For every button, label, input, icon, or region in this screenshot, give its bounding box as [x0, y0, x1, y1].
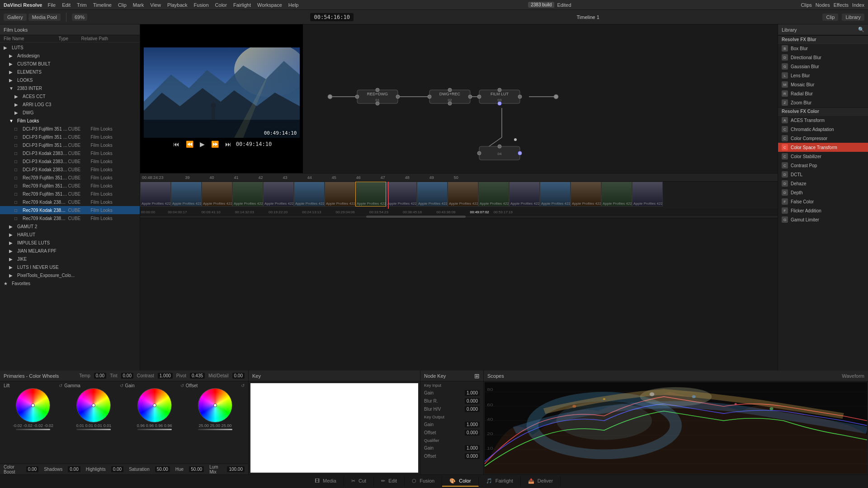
folder-jike[interactable]: ▶ JIKE	[0, 255, 140, 263]
menu-clip[interactable]: Clip	[118, 2, 127, 8]
nodes-btn[interactable]: Nodes	[816, 2, 830, 8]
file-item[interactable]: □ Rec709 Fujifilm 351 D55 CUBE Film Look…	[0, 174, 140, 182]
lib-item-depth[interactable]: D Depth	[778, 188, 868, 197]
gamma-wheel[interactable]	[76, 388, 111, 422]
folder-film-looks[interactable]: ▼ Film Looks	[0, 117, 140, 125]
folder-luts-never[interactable]: ▶ LUTS I NEVER USE	[0, 263, 140, 271]
timeline-scrollbar[interactable]	[140, 215, 778, 218]
folder-harlut[interactable]: ▶ HARLUT	[0, 230, 140, 239]
lift-reset-btn[interactable]: ↺	[59, 383, 62, 388]
gamma-slider[interactable]	[76, 429, 111, 430]
clips-btn[interactable]: Clips	[801, 2, 811, 8]
file-item[interactable]: □ DCI-P3 Kodak 2383 D60 CUBE Film Looks	[0, 157, 140, 165]
timeline-clip[interactable]: Apple Profiles 422 HQ	[571, 182, 601, 206]
index-btn[interactable]: Index	[852, 2, 864, 8]
lib-item-box-blur[interactable]: B Box Blur	[778, 44, 868, 53]
library-search-btn[interactable]: 🔍	[858, 27, 864, 33]
lib-item-chromatic[interactable]: C Chromatic Adaptation	[778, 125, 868, 134]
menu-edit[interactable]: Edit	[62, 2, 71, 8]
lib-item-dctl[interactable]: D DCTL	[778, 170, 868, 179]
lib-item-dehaze[interactable]: D Dehaze	[778, 179, 868, 188]
folder-jian[interactable]: ▶ JIAN MELARA FPF	[0, 247, 140, 255]
lib-item-zoom-blur[interactable]: Z Zoom Blur	[778, 98, 868, 107]
file-item[interactable]: □ DCI-P3 Fujifilm 351 D65 CUBE Film Look…	[0, 141, 140, 149]
timeline-clip[interactable]: Apple Profiles 422 HQ	[263, 182, 294, 206]
folder-looks[interactable]: ▶ LOOKS	[0, 76, 140, 84]
menu-mark[interactable]: Mark	[133, 2, 144, 8]
effects-btn[interactable]: Effects	[834, 2, 849, 8]
file-item[interactable]: □ DCI-P3 Fujifilm 351 d60 CUBE Film Look…	[0, 133, 140, 141]
timeline-clip[interactable]: Apple Profiles 422 HQ	[140, 182, 171, 206]
timeline-scrollbar-thumb[interactable]	[366, 216, 466, 218]
timeline-clip[interactable]: Apple Profiles 422 HQ	[294, 182, 325, 206]
folder-aces-cct[interactable]: ▶ ACES CCT	[0, 92, 140, 100]
lib-item-false-color[interactable]: F False Color	[778, 197, 868, 206]
tab-fusion[interactable]: ⬡ Fusion	[405, 476, 442, 487]
file-item[interactable]: □ DCI-P3 Fujifilm 351 D51 D55 CUBE Film …	[0, 125, 140, 133]
gallery-btn[interactable]: Gallery	[4, 14, 27, 21]
tab-deliver[interactable]: 📤 Deliver	[521, 476, 561, 487]
timeline-clip[interactable]: Apple Profiles 422 HQ	[417, 182, 448, 206]
timeline-clip[interactable]: Apple Profiles 422 HQ	[509, 182, 540, 206]
forward-to-end-btn[interactable]: ⏭	[223, 140, 233, 149]
lib-item-color-space[interactable]: C Color Space Transform	[778, 143, 868, 152]
timeline-clip[interactable]: Apple Profiles 422 HQ	[632, 182, 663, 206]
timeline-clip[interactable]: Apple Profiles 422 HQ	[202, 182, 232, 206]
gain-slider[interactable]	[137, 429, 172, 430]
lift-wheel[interactable]	[16, 388, 50, 422]
menu-file[interactable]: File	[47, 2, 56, 8]
node-key-options-btn[interactable]: ⊞	[474, 372, 480, 380]
rewind-to-start-btn[interactable]: ⏮	[171, 140, 181, 149]
timeline-clip[interactable]: Apple Profiles 422 HQ	[232, 182, 263, 206]
gain-wheel[interactable]	[137, 388, 172, 422]
lib-item-gamut-limiter[interactable]: G Gamut Limiter	[778, 215, 868, 224]
menu-fairlight[interactable]: Fairlight	[233, 2, 251, 8]
menu-help[interactable]: Help	[288, 2, 299, 8]
folder-favorites[interactable]: ★ Favorites	[0, 279, 140, 287]
timeline-clip-active[interactable]: Apple Profiles 422 HQ	[355, 182, 386, 206]
lib-item-contrast-pop[interactable]: C Contrast Pop	[778, 161, 868, 170]
folder-dwg[interactable]: ▶ DWG	[0, 108, 140, 117]
folder-luts[interactable]: ▶ LUTS	[0, 43, 140, 52]
menu-color[interactable]: Color	[215, 2, 227, 8]
timeline-clip[interactable]: Apple Profiles 422 HQ	[478, 182, 509, 206]
lib-item-lens-blur[interactable]: L Lens Blur	[778, 71, 868, 80]
gamma-reset-btn[interactable]: ↺	[120, 383, 123, 388]
lib-item-color-stabilizer[interactable]: C Color Stabilizer	[778, 152, 868, 161]
offset-reset-btn[interactable]: ↺	[241, 383, 245, 388]
folder-arri[interactable]: ▶ ARRI LOG C3	[0, 100, 140, 108]
file-item[interactable]: □ DCI-P3 Kodak 2383 D65 CUBE Film Looks	[0, 165, 140, 174]
lib-item-gaussian-blur[interactable]: G Gaussian Blur	[778, 62, 868, 71]
timeline-clip[interactable]: Apple Profiles 422 HQ	[325, 182, 355, 206]
timeline-clip[interactable]: Apple Profiles 422 HQ	[171, 182, 202, 206]
folder-pixeltools[interactable]: ▶ PixelTools_Exposure_Colo...	[0, 271, 140, 279]
menu-trim[interactable]: Trim	[77, 2, 87, 8]
offset-wheel[interactable]	[198, 388, 232, 422]
menu-timeline[interactable]: Timeline	[93, 2, 112, 8]
file-item[interactable]: □ Rec709 Kodak 2383 D55 CUBE Film Looks	[0, 198, 140, 206]
menu-fusion[interactable]: Fusion	[194, 2, 209, 8]
tab-media[interactable]: 🎞 Media	[307, 476, 344, 487]
folder-gamut2[interactable]: ▶ GAMUT 2	[0, 222, 140, 230]
folder-custom-built[interactable]: ▶ CUSTOM BUILT	[0, 60, 140, 68]
lib-item-color-compressor[interactable]: C Color Compressor	[778, 134, 868, 143]
lift-slider[interactable]	[16, 429, 50, 430]
timeline-clip[interactable]: Apple Profiles 422 HQ	[386, 182, 417, 206]
tab-color[interactable]: 🎨 Color	[442, 476, 478, 487]
file-item[interactable]: □ Rec709 Kodak 2383 D65 CUBE Film Looks	[0, 214, 140, 222]
step-forward-btn[interactable]: ⏩	[209, 140, 221, 149]
file-item[interactable]: □ DCI-P3 Kodak 2383 D55 CUBE Film Looks	[0, 149, 140, 157]
lib-item-mosaic-blur[interactable]: M Mosaic Blur	[778, 80, 868, 89]
file-item[interactable]: □ Rec709 Fujifilm 351 D65 CUBE Film Look…	[0, 190, 140, 198]
tab-fairlight[interactable]: 🎵 Fairlight	[479, 476, 521, 487]
media-pool-btn[interactable]: Media Pool	[28, 14, 61, 21]
timeline-clip[interactable]: Apple Profiles 422 HQ	[601, 182, 632, 206]
folder-elements[interactable]: ▶ ELEMENTS	[0, 68, 140, 76]
menu-view[interactable]: View	[150, 2, 161, 8]
library-label[interactable]: Library	[842, 14, 864, 21]
tab-edit[interactable]: ✏ Edit	[374, 476, 405, 487]
file-item[interactable]: □ Rec709 Fujifilm 351 D60 CUBE Film Look…	[0, 182, 140, 190]
lib-item-directional-blur[interactable]: D Directional Blur	[778, 53, 868, 62]
tab-cut[interactable]: ✂ Cut	[344, 476, 374, 487]
play-btn[interactable]: ▶	[198, 140, 207, 149]
